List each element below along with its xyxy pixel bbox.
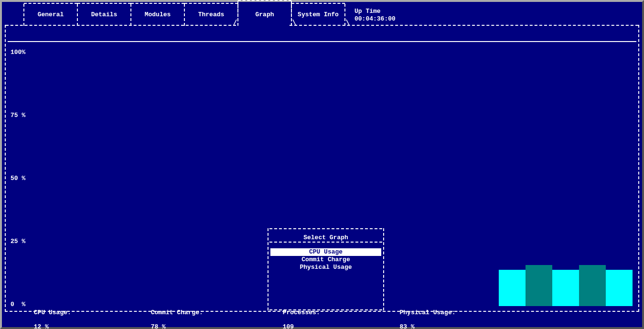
status-processes-label: Processes: <box>283 309 320 316</box>
tab-modules[interactable]: Modules <box>131 7 184 25</box>
tab-system-info[interactable]: System Info \ <box>291 7 345 25</box>
tab-details[interactable]: Details <box>77 7 131 25</box>
dialog-title: Select Graph <box>268 234 384 241</box>
status-physical-value: 83 % <box>400 323 415 329</box>
status-physical-label: Physical Usage: <box>400 309 456 316</box>
option-commit-charge[interactable]: Commit Charge <box>270 256 381 264</box>
app-root: General Details Modules Threads / Graph … <box>0 0 644 329</box>
graph-bar <box>552 270 579 306</box>
tab-label: Threads <box>184 11 238 18</box>
y-axis-label-100: 100% <box>11 49 25 56</box>
status-processes-value: 109 <box>283 323 294 329</box>
graph-bar <box>526 265 552 306</box>
y-axis-label-75: 75 % <box>11 112 25 119</box>
y-axis-label-50: 50 % <box>11 175 25 182</box>
status-cpu-label: CPU Usage: <box>34 309 71 316</box>
tab-threads[interactable]: Threads <box>184 7 238 25</box>
tab-label: Details <box>77 11 131 18</box>
status-cpu-value: 12 % <box>34 323 49 329</box>
tab-label: Graph <box>238 11 291 18</box>
status-commit-value: 78 % <box>151 323 166 329</box>
status-commit: Commit Charge: 78 % <box>129 302 203 329</box>
dialog-options: CPU Usage Commit Charge Physical Usage <box>270 248 381 271</box>
tab-label: Modules <box>131 11 184 18</box>
uptime-label: Up Time <box>354 8 396 15</box>
graph-bar <box>606 270 633 306</box>
uptime-display: Up Time 00:04:36:00 <box>354 8 396 23</box>
select-graph-dialog: Select Graph CPU Usage Commit Charge Phy… <box>268 228 384 310</box>
graph-bar <box>579 265 606 306</box>
status-cpu: CPU Usage: 12 % <box>11 302 71 329</box>
status-processes: Processes: 109 <box>260 302 320 329</box>
y-axis-label-25: 25 % <box>11 238 25 245</box>
graph-bars <box>489 48 633 306</box>
status-commit-label: Commit Charge: <box>151 309 203 316</box>
option-cpu-usage[interactable]: CPU Usage <box>270 248 381 256</box>
uptime-value: 00:04:36:00 <box>354 15 396 23</box>
tab-label: System Info <box>291 11 345 18</box>
tab-label: General <box>24 11 77 18</box>
tab-bar: General Details Modules Threads / Graph … <box>5 5 639 26</box>
status-bar: CPU Usage: 12 % Commit Charge: 78 % Proc… <box>6 315 638 324</box>
status-physical: Physical Usage: 83 % <box>377 302 456 329</box>
option-physical-usage[interactable]: Physical Usage <box>270 264 381 271</box>
graph-bar <box>499 270 526 306</box>
tab-graph[interactable]: / Graph \ <box>238 7 291 25</box>
tab-general[interactable]: General <box>24 7 77 25</box>
